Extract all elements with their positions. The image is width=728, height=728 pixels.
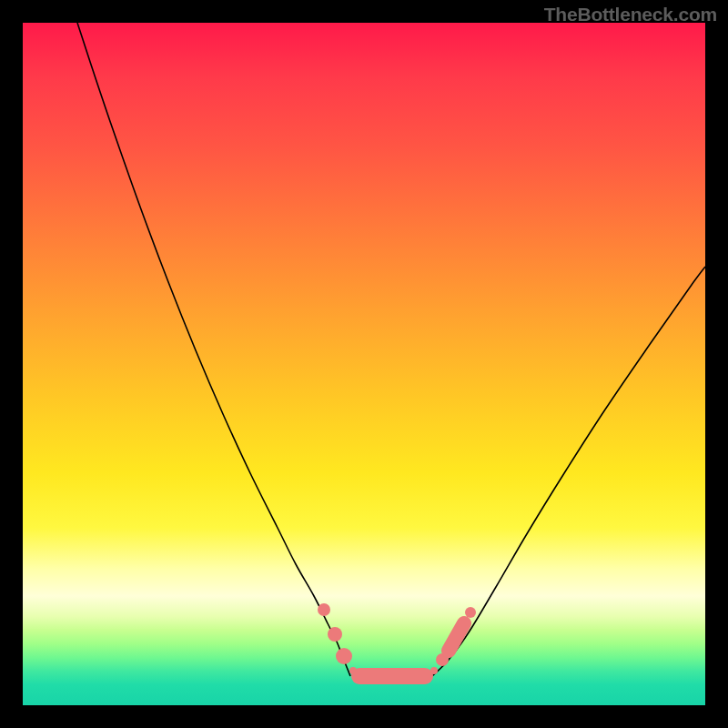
watermark-text: TheBottleneck.com — [544, 4, 717, 25]
marker-dot — [318, 603, 330, 616]
trough-markers — [318, 603, 476, 676]
chart-frame: TheBottleneck.com — [0, 0, 728, 728]
marker-dot — [430, 667, 438, 674]
curve-left-branch — [77, 23, 350, 676]
plot-area — [23, 23, 705, 705]
marker-pill — [449, 623, 464, 651]
marker-dot — [336, 648, 352, 664]
marker-dot — [465, 607, 476, 618]
marker-dot — [328, 627, 342, 642]
curve-layer — [23, 23, 705, 705]
